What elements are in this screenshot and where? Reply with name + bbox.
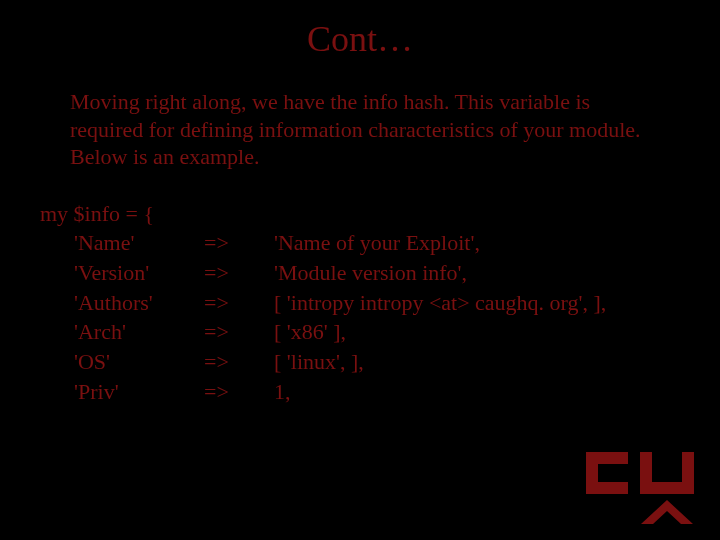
code-arrow: => xyxy=(204,288,274,318)
code-arrow: => xyxy=(204,258,274,288)
code-row: 'Name' => 'Name of your Exploit', xyxy=(40,228,680,258)
svg-rect-2 xyxy=(586,482,628,494)
code-block: my $info = { 'Name' => 'Name of your Exp… xyxy=(0,199,720,407)
code-indent xyxy=(40,258,74,288)
code-arrow: => xyxy=(204,347,274,377)
code-value: [ 'linux', ], xyxy=(274,347,680,377)
slide: Cont… Moving right along, we have the in… xyxy=(0,0,720,540)
code-indent xyxy=(40,317,74,347)
code-value: 'Name of your Exploit', xyxy=(274,228,680,258)
slide-paragraph: Moving right along, we have the info has… xyxy=(0,88,720,171)
code-value: [ 'intropy intropy <at> caughq. org', ], xyxy=(274,288,680,318)
code-value: [ 'x86' ], xyxy=(274,317,680,347)
code-indent xyxy=(40,228,74,258)
code-row: 'Version' => 'Module version info', xyxy=(40,258,680,288)
code-arrow: => xyxy=(204,377,274,407)
code-indent xyxy=(40,377,74,407)
svg-marker-6 xyxy=(641,500,693,524)
code-key: 'Name' xyxy=(74,228,204,258)
code-indent xyxy=(40,288,74,318)
code-key: 'Authors' xyxy=(74,288,204,318)
slide-title: Cont… xyxy=(0,0,720,70)
caughq-logo-icon xyxy=(586,452,696,524)
code-arrow: => xyxy=(204,228,274,258)
code-key: 'Version' xyxy=(74,258,204,288)
code-value: 1, xyxy=(274,377,680,407)
code-key: 'OS' xyxy=(74,347,204,377)
code-row: 'Authors' => [ 'intropy intropy <at> cau… xyxy=(40,288,680,318)
code-key: 'Priv' xyxy=(74,377,204,407)
svg-rect-5 xyxy=(640,482,694,494)
svg-rect-1 xyxy=(586,452,628,464)
code-value: 'Module version info', xyxy=(274,258,680,288)
code-open-line: my $info = { xyxy=(40,199,680,229)
code-arrow: => xyxy=(204,317,274,347)
code-indent xyxy=(40,347,74,377)
code-row: 'OS' => [ 'linux', ], xyxy=(40,347,680,377)
code-row: 'Priv' => 1, xyxy=(40,377,680,407)
code-row: 'Arch' => [ 'x86' ], xyxy=(40,317,680,347)
code-key: 'Arch' xyxy=(74,317,204,347)
